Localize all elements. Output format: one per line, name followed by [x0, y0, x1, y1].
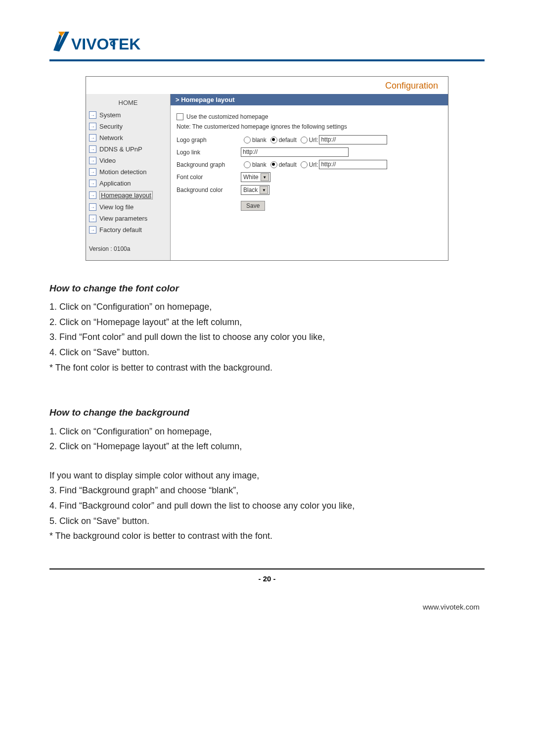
bg-color-label: Background color — [177, 187, 241, 193]
config-title: Configuration — [86, 77, 448, 94]
page-number: - 20 - — [49, 574, 485, 583]
sidebar-item-label: Security — [99, 123, 123, 130]
section-title-font-color: How to change the font color — [49, 281, 485, 296]
sidebar-home[interactable]: HOME — [86, 94, 170, 109]
doc-line: 3. Find “Font color” and pull down the l… — [49, 330, 485, 345]
sidebar-item-factory-default[interactable]: → Factory default — [86, 224, 170, 236]
arrow-icon: → — [89, 157, 96, 164]
note-text: Note: The customerized homepage ignores … — [177, 123, 442, 130]
sidebar-item-system[interactable]: → System — [86, 109, 170, 121]
select-value: Black — [243, 187, 258, 193]
main-panel: > Homepage layout Use the customized hom… — [171, 94, 448, 260]
font-color-row: Font color White ▼ — [177, 172, 442, 182]
sidebar-item-label: View parameters — [99, 215, 147, 222]
radio-label: default — [279, 137, 297, 143]
bg-graph-radio-default[interactable] — [270, 161, 277, 168]
doc-line: * The font color is better to contrast w… — [49, 360, 485, 376]
radio-label: blank — [252, 161, 267, 168]
logo-link-row: Logo link http:// — [177, 147, 442, 157]
chevron-down-icon: ▼ — [260, 186, 268, 194]
arrow-icon: → — [89, 123, 96, 130]
sidebar-item-view-log-file[interactable]: → View log file — [86, 201, 170, 213]
doc-line: 2. Click on “Homepage layout” at the lef… — [49, 439, 485, 454]
use-custom-checkbox[interactable] — [177, 113, 183, 120]
vivotek-logo: VIVOTEK — [49, 30, 485, 54]
bg-graph-radio-blank[interactable] — [244, 161, 251, 168]
sidebar-item-view-parameters[interactable]: → View parameters — [86, 213, 170, 224]
doc-line: 3. Find “Background graph” and choose “b… — [49, 483, 485, 498]
sidebar-item-label: Homepage layout — [99, 191, 153, 199]
bg-graph-url-input[interactable]: http:// — [319, 160, 387, 169]
logo-graph-row: Logo graph blank default Url: http:// — [177, 135, 442, 144]
bg-graph-label: Background graph — [177, 161, 241, 168]
sidebar-item-label: DDNS & UPnP — [99, 145, 142, 153]
arrow-icon: → — [89, 180, 96, 187]
save-button[interactable]: Save — [241, 201, 265, 211]
sidebar-item-video[interactable]: → Video — [86, 155, 170, 166]
logo-graph-radio-url[interactable] — [301, 137, 308, 143]
doc-line: 1. Click on “Configuration” on homepage, — [49, 299, 485, 315]
bg-graph-row: Background graph blank default Url: http… — [177, 160, 442, 169]
sidebar-item-homepage-layout[interactable]: → Homepage layout — [86, 189, 170, 201]
sidebar-item-label: Motion detection — [99, 168, 146, 176]
doc-line: 4. Click on “Save” button. — [49, 345, 485, 360]
sidebar-item-security[interactable]: → Security — [86, 121, 170, 132]
radio-label: blank — [252, 137, 267, 143]
chevron-down-icon: ▼ — [261, 173, 269, 181]
sidebar-item-label: Network — [99, 134, 123, 142]
sidebar-item-application[interactable]: → Application — [86, 178, 170, 189]
radio-label: default — [279, 161, 297, 168]
sidebar-item-label: Factory default — [99, 226, 142, 234]
sidebar-item-label: System — [99, 111, 121, 119]
doc-line: * The background color is better to cont… — [49, 528, 485, 544]
bg-color-row: Background color Black ▼ — [177, 185, 442, 195]
doc-line: 1. Click on “Configuration” on homepage, — [49, 424, 485, 439]
doc-line: If you want to display simple color with… — [49, 468, 485, 483]
panel-header: > Homepage layout — [171, 94, 448, 105]
sidebar-item-label: View log file — [99, 203, 134, 211]
sidebar-item-label: Video — [99, 157, 116, 164]
arrow-icon: → — [89, 191, 96, 199]
header-divider — [49, 59, 485, 61]
use-custom-label: Use the customized homepage — [186, 113, 268, 120]
radio-label: Url: — [309, 161, 318, 168]
config-screenshot: Configuration HOME → System → Security →… — [86, 76, 448, 261]
svg-text:VIVOTEK: VIVOTEK — [71, 35, 140, 53]
font-color-select[interactable]: White ▼ — [241, 172, 270, 182]
logo-graph-url-input[interactable]: http:// — [319, 135, 387, 144]
arrow-icon: → — [89, 134, 96, 142]
logo-graph-label: Logo graph — [177, 137, 241, 143]
arrow-icon: → — [89, 145, 96, 153]
select-value: White — [243, 174, 259, 181]
document-body: How to change the font color 1. Click on… — [49, 281, 485, 544]
sidebar: HOME → System → Security → Network → DDN… — [86, 94, 171, 260]
doc-line: 2. Click on “Homepage layout” at the lef… — [49, 315, 485, 330]
doc-line: 5. Click on “Save” button. — [49, 514, 485, 529]
sidebar-item-network[interactable]: → Network — [86, 132, 170, 143]
logo-link-input[interactable]: http:// — [241, 147, 349, 157]
arrow-icon: → — [89, 168, 96, 176]
logo-link-label: Logo link — [177, 149, 241, 156]
version-text: Version : 0100a — [86, 236, 170, 260]
section-title-background: How to change the background — [49, 405, 485, 421]
footer-divider — [49, 568, 485, 569]
arrow-icon: → — [89, 111, 96, 119]
logo-graph-radio-blank[interactable] — [244, 137, 251, 143]
bg-color-select[interactable]: Black ▼ — [241, 185, 269, 195]
bg-graph-radio-url[interactable] — [301, 161, 308, 168]
arrow-icon: → — [89, 203, 96, 211]
arrow-icon: → — [89, 215, 96, 222]
footer-url: www.vivotek.com — [49, 603, 485, 611]
arrow-icon: → — [89, 226, 96, 234]
doc-line: 4. Find “Background color” and pull down… — [49, 498, 485, 514]
sidebar-item-ddns-upnp[interactable]: → DDNS & UPnP — [86, 143, 170, 155]
sidebar-item-motion-detection[interactable]: → Motion detection — [86, 166, 170, 178]
radio-label: Url: — [309, 137, 318, 143]
use-custom-row: Use the customized homepage — [177, 113, 442, 120]
font-color-label: Font color — [177, 174, 241, 181]
sidebar-item-label: Application — [99, 180, 131, 187]
logo-graph-radio-default[interactable] — [270, 137, 277, 143]
